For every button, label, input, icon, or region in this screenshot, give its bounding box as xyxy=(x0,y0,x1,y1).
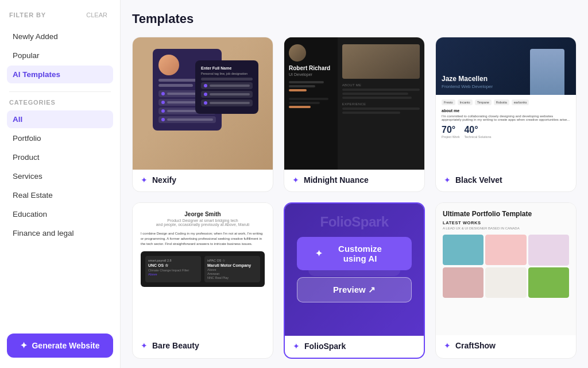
sparkle-icon: ✦ xyxy=(20,340,28,351)
craft-show-card-name: CraftShow xyxy=(455,341,496,350)
page-title: Templates xyxy=(132,12,577,26)
black-velvet-footer: ✦ Black Velvet xyxy=(436,170,576,191)
category-portfolio[interactable]: Portfolio xyxy=(7,129,113,147)
nav-popular[interactable]: Popular xyxy=(7,47,113,64)
nexify-footer: ✦ Nexify xyxy=(133,170,273,191)
preview-label: Preview ↗ xyxy=(333,285,376,295)
folio-spark-thumbnail: FolioSpark ✏️ Nathan Shei... Graphic Des… xyxy=(285,204,424,336)
templates-grid: Enter Full Name Personal tag line, job d… xyxy=(132,37,577,359)
template-card-craft-show[interactable]: Ultimate Portfolio Template LATEST WORKS… xyxy=(435,202,577,359)
craft-show-footer: ✦ CraftShow xyxy=(436,335,576,357)
nexify-thumbnail: Enter Full Name Personal tag line, job d… xyxy=(133,37,273,170)
template-card-folio-spark[interactable]: FolioSpark ✏️ Nathan Shei... Graphic Des… xyxy=(284,202,425,359)
generate-btn-label: Generate Website xyxy=(32,341,99,350)
sidebar: FILTER BY CLEAR Newly Added Popular AI T… xyxy=(0,0,121,368)
black-velvet-card-name: Black Velvet xyxy=(455,175,502,185)
template-card-midnight-nuance[interactable]: Robert Richard UI Developer xyxy=(284,37,425,192)
filter-label: FILTER BY xyxy=(9,12,46,18)
midnight-sidebar: Robert Richard UI Developer xyxy=(284,37,338,170)
bare-beauty-card-name: Bare Beauty xyxy=(152,341,199,350)
folio-spark-footer: ✦ FolioSpark xyxy=(285,336,424,358)
sidebar-divider xyxy=(9,91,111,92)
category-real-estate[interactable]: Real Estate xyxy=(7,186,113,204)
bare-beauty-footer: ✦ Bare Beauty xyxy=(133,335,273,357)
filter-header: FILTER BY CLEAR xyxy=(7,10,113,20)
black-velvet-thumbnail: Jaze Macellen Frontend Web Developer Fre… xyxy=(436,37,576,170)
ai-star-icon: ✦ xyxy=(292,175,299,185)
category-education[interactable]: Education xyxy=(7,205,113,223)
template-card-nexify[interactable]: Enter Full Name Personal tag line, job d… xyxy=(132,37,273,192)
bv-hero: Jaze Macellen Frontend Web Developer xyxy=(436,37,576,95)
category-finance-legal[interactable]: Finance and legal xyxy=(7,224,113,242)
template-card-bare-beauty[interactable]: Jeorge Smith Product Designer at smart b… xyxy=(132,202,273,359)
category-product[interactable]: Product xyxy=(7,148,113,166)
generate-website-button[interactable]: ✦ Generate Website xyxy=(7,334,113,358)
main-content: Templates xyxy=(121,0,588,368)
nav-ai-templates[interactable]: AI Templates xyxy=(7,66,113,83)
nav-newly-added[interactable]: Newly Added xyxy=(7,28,113,45)
sparkle-icon: ✦ xyxy=(315,248,323,259)
preview-button[interactable]: Preview ↗ xyxy=(297,277,412,302)
sidebar-bottom: ✦ Generate Website xyxy=(7,324,113,358)
nexify-inner-card2: Enter Full Name Personal tag line, job d… xyxy=(195,60,258,114)
ai-star-icon: ✦ xyxy=(141,175,148,185)
folio-spark-overlay: ✦ Customize using AI Preview ↗ xyxy=(285,204,424,336)
customize-ai-label: Customize using AI xyxy=(327,244,393,263)
midnight-thumbnail: Robert Richard UI Developer xyxy=(284,37,424,170)
nexify-avatar xyxy=(158,55,179,75)
clear-button[interactable]: CLEAR xyxy=(83,10,111,20)
category-all[interactable]: All xyxy=(7,110,113,128)
craft-show-thumbnail: Ultimate Portfolio Template LATEST WORKS… xyxy=(436,203,576,335)
category-services[interactable]: Services xyxy=(7,167,113,185)
folio-spark-card-name: FolioSpark xyxy=(304,342,346,351)
customize-using-ai-button[interactable]: ✦ Customize using AI xyxy=(297,237,412,270)
ai-star-icon: ✦ xyxy=(141,341,148,350)
categories-label: CATEGORIES xyxy=(7,99,113,106)
nexify-card-name: Nexify xyxy=(152,175,176,185)
midnight-footer: ✦ Midnight Nuance xyxy=(284,170,424,191)
template-card-black-velvet[interactable]: Jaze Macellen Frontend Web Developer Fre… xyxy=(435,37,577,192)
ai-star-icon: ✦ xyxy=(444,175,451,185)
midnight-main: About Me Experience xyxy=(338,37,424,170)
ai-star-icon: ✦ xyxy=(293,342,300,351)
bare-beauty-thumbnail: Jeorge Smith Product Designer at smart b… xyxy=(133,203,273,335)
midnight-card-name: Midnight Nuance xyxy=(304,175,369,185)
ai-star-icon: ✦ xyxy=(444,341,451,350)
